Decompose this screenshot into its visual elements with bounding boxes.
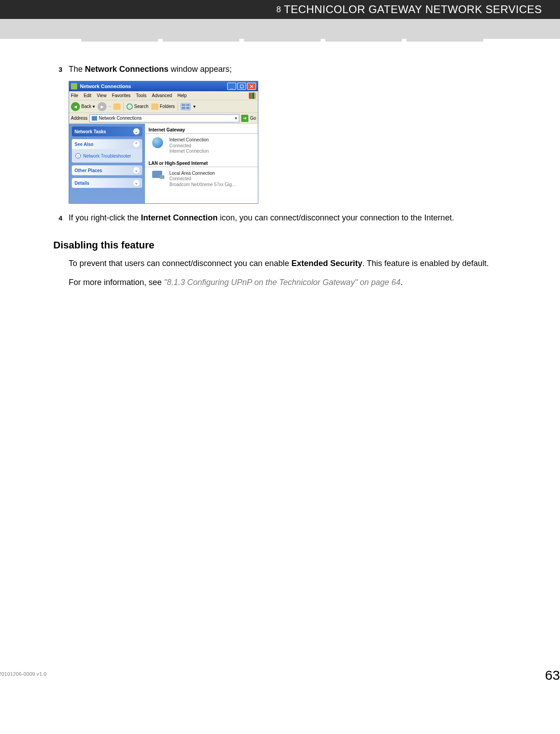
menu-favorites[interactable]: Favorites	[112, 93, 131, 98]
para-extended-security: To prevent that users can connect/discon…	[69, 257, 542, 270]
details-box: Details ⌄	[72, 178, 142, 188]
folders-button[interactable]: Folders	[151, 103, 175, 110]
step-number: 3	[54, 63, 62, 75]
menu-tools[interactable]: Tools	[136, 93, 146, 98]
cross-reference-link[interactable]: "8.1.3 Configuring UPnP on the Technicol…	[164, 278, 401, 287]
window-icon	[71, 83, 77, 89]
window-title-bar: Network Connections _ ☐ ✕	[69, 81, 258, 91]
group-lan: LAN or High-Speed Internet	[145, 159, 258, 167]
chevron-icon: ⌄	[133, 167, 140, 173]
menu-view[interactable]: View	[97, 93, 107, 98]
bold-term: Network Connections	[85, 65, 168, 74]
lan-connection-item[interactable]: Local Area Connection Connected Broadcom…	[145, 169, 258, 192]
network-troubleshooter-link[interactable]: i Network Troubleshooter	[75, 152, 139, 160]
document-id: DMS-CTC-20101206-0009 v1.0	[0, 671, 47, 677]
forward-button[interactable]: ►	[98, 102, 107, 111]
address-label: Address	[71, 116, 88, 121]
tab-decor	[406, 36, 483, 42]
chapter-title: TECHNICOLOR GATEWAY NETWORK SERVICES	[284, 3, 542, 16]
go-button[interactable]: ➔	[241, 115, 248, 122]
network-tasks-box: Network Tasks ⌄	[72, 126, 142, 136]
chevron-icon: ⌃	[133, 141, 140, 147]
tab-decor	[163, 36, 239, 42]
section-heading: Disabling this feature	[53, 239, 542, 251]
internet-connection-item[interactable]: Internet Connection Connected Internet C…	[145, 136, 258, 159]
other-places-box: Other Places ⌄	[72, 165, 142, 175]
folders-icon	[151, 103, 159, 110]
search-icon	[126, 103, 133, 110]
tab-decor	[325, 36, 402, 42]
info-icon: i	[75, 153, 81, 159]
dropdown-arrow-icon: ▾	[193, 104, 196, 109]
back-button[interactable]: ◄ Back ▾	[71, 102, 95, 111]
tab-decor-row	[0, 36, 560, 42]
step-text: If you right-click the Internet Connecti…	[69, 212, 542, 224]
close-button[interactable]: ✕	[247, 83, 256, 90]
page-number: 63	[545, 668, 560, 683]
details-header[interactable]: Details ⌄	[72, 178, 142, 188]
menu-edit[interactable]: Edit	[84, 93, 91, 98]
location-icon	[92, 116, 97, 121]
back-icon: ◄	[71, 102, 80, 111]
toolbar: ◄ Back ▾ ► · Search Folders ▾	[69, 100, 258, 113]
group-internet-gateway: Internet Gateway	[145, 126, 258, 134]
step-number: 4	[54, 212, 62, 224]
chevron-icon: ⌄	[133, 128, 140, 135]
bold-term: Internet Connection	[141, 213, 218, 222]
address-input[interactable]: Network Connections ▾	[89, 114, 239, 122]
para-more-info: For more information, see "8.1.3 Configu…	[69, 276, 542, 289]
views-button[interactable]	[181, 103, 191, 110]
dropdown-arrow-icon: ▾	[235, 116, 237, 121]
tab-decor	[81, 36, 158, 42]
bold-term: Extended Security	[291, 259, 362, 268]
menu-bar: File Edit View Favorites Tools Advanced …	[69, 91, 258, 100]
menu-help[interactable]: Help	[177, 93, 187, 98]
menu-advanced[interactable]: Advanced	[152, 93, 172, 98]
dropdown-arrow-icon: ▾	[93, 104, 95, 109]
step-3: 3 The Network Connections window appears…	[54, 63, 542, 75]
menu-file[interactable]: File	[71, 93, 78, 98]
chapter-number: 8	[276, 5, 281, 14]
minimize-button[interactable]: _	[227, 83, 236, 90]
maximize-button[interactable]: ☐	[237, 83, 246, 90]
step-4: 4 If you right-click the Internet Connec…	[54, 212, 542, 224]
chapter-header: 8 TECHNICOLOR GATEWAY NETWORK SERVICES	[0, 0, 560, 19]
connections-list: Internet Gateway Internet Connection Con…	[145, 124, 258, 203]
network-connections-window: Network Connections _ ☐ ✕ File Edit View…	[69, 81, 258, 204]
tab-decor	[244, 36, 321, 42]
globe-icon	[152, 137, 166, 149]
windows-flag-icon	[249, 93, 256, 99]
nic-icon	[152, 171, 166, 182]
common-tasks-pane: Network Tasks ⌄ See Also ⌃ i Network Tro…	[69, 124, 145, 203]
window-title: Network Connections	[80, 84, 131, 89]
search-button[interactable]: Search	[126, 103, 149, 110]
network-tasks-header[interactable]: Network Tasks ⌄	[72, 126, 142, 136]
up-folder-button[interactable]	[113, 103, 121, 110]
step-text: The Network Connections window appears;	[69, 63, 542, 75]
see-also-box: See Also ⌃ i Network Troubleshooter	[72, 139, 142, 163]
address-bar: Address Network Connections ▾ ➔ Go	[69, 113, 258, 124]
other-places-header[interactable]: Other Places ⌄	[72, 165, 142, 175]
chevron-icon: ⌄	[133, 180, 140, 186]
see-also-header[interactable]: See Also ⌃	[72, 139, 142, 149]
